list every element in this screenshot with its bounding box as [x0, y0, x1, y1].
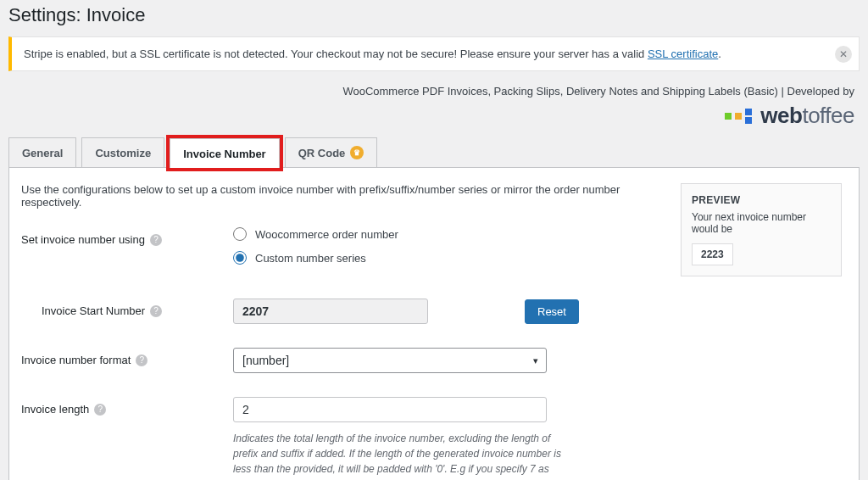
logo-square-blue-top	[745, 109, 752, 115]
intro-text: Use the configurations below to set up a…	[21, 183, 665, 209]
preview-subtitle: Your next invoice number would be	[692, 211, 831, 235]
number-format-label: Invoice number format	[21, 354, 131, 366]
help-icon[interactable]: ?	[136, 354, 147, 366]
notice-text-after: .	[718, 47, 721, 60]
developer-credit: WooCommerce PDF Invoices, Packing Slips,…	[0, 85, 868, 103]
logo-square-orange	[735, 113, 742, 120]
ssl-warning-notice: Stripe is enabled, but a SSL certificate…	[8, 36, 860, 71]
format-select-value: [number]	[233, 348, 547, 373]
help-icon[interactable]: ?	[94, 404, 106, 416]
reset-button[interactable]: Reset	[525, 299, 579, 324]
logo-text: webtoffee	[760, 103, 854, 129]
invoice-length-help: Indicates the total length of the invoic…	[233, 431, 568, 480]
row-start-number: Invoice Start Number ? Reset	[21, 299, 665, 324]
tab-customize[interactable]: Customize	[81, 137, 164, 167]
radio-custom-series[interactable]	[233, 251, 247, 265]
notice-text-before: Stripe is enabled, but a SSL certificate…	[24, 47, 648, 60]
preview-title: PREVIEW	[692, 194, 831, 206]
help-icon[interactable]: ?	[150, 305, 162, 317]
row-set-invoice-using: Set invoice number using ? Woocommerce o…	[21, 227, 665, 275]
crown-icon: ♛	[350, 146, 364, 159]
preview-number: 2223	[692, 243, 733, 265]
close-icon[interactable]: ✕	[835, 46, 852, 63]
ssl-certificate-link[interactable]: SSL certificate	[648, 47, 718, 60]
logo-square-green	[725, 113, 732, 120]
set-invoice-using-label: Set invoice number using	[21, 233, 145, 246]
preview-box: PREVIEW Your next invoice number would b…	[681, 183, 842, 276]
help-icon[interactable]: ?	[150, 234, 162, 246]
tab-invoice-number[interactable]: Invoice Number	[170, 138, 280, 168]
tab-qr-code[interactable]: QR Code ♛	[285, 137, 378, 167]
invoice-number-format-select[interactable]: [number] ▾	[233, 348, 547, 373]
invoice-number-panel: Use the configurations below to set up a…	[8, 167, 860, 480]
tab-general[interactable]: General	[8, 137, 76, 167]
invoice-length-input[interactable]	[233, 397, 547, 422]
row-invoice-length: Invoice length ? Indicates the total len…	[21, 397, 665, 480]
invoice-start-number-input[interactable]	[233, 299, 428, 324]
chevron-down-icon: ▾	[533, 355, 538, 366]
radio-custom-series-label: Custom number series	[255, 252, 366, 265]
page-title: Settings: Invoice	[0, 0, 868, 36]
settings-tabs: General Customize Invoice Number QR Code…	[0, 137, 868, 167]
radio-woo-order[interactable]	[233, 227, 247, 241]
start-number-label: Invoice Start Number	[42, 304, 145, 317]
row-number-format: Invoice number format ? [number] ▾	[21, 348, 665, 373]
webtoffee-logo: webtoffee	[0, 103, 868, 137]
logo-square-blue-bottom	[745, 117, 752, 124]
invoice-length-label: Invoice length	[21, 403, 89, 416]
radio-woo-order-label: Woocommerce order number	[255, 228, 398, 241]
tab-qr-code-label: QR Code	[298, 147, 346, 159]
